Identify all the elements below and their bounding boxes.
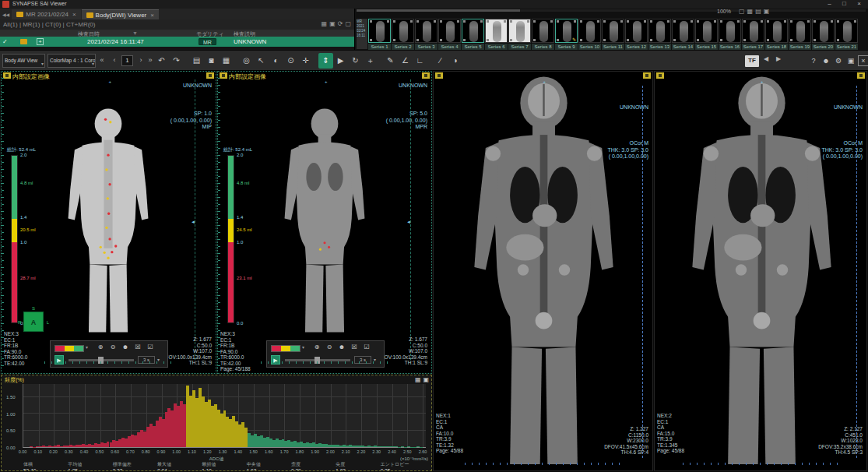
series-thumbnail-image[interactable] bbox=[368, 19, 391, 43]
tf-button[interactable]: TF bbox=[745, 55, 759, 67]
medical-image[interactable] bbox=[50, 107, 167, 335]
series-thumbnail-image[interactable] bbox=[485, 19, 508, 43]
study-table-row[interactable]: ✓ + 2021/02/24 16:11:47 MR UNKNOWN bbox=[0, 37, 354, 47]
prev-series-button[interactable]: ◀ bbox=[764, 55, 768, 62]
row-check-icon[interactable]: ✓ bbox=[2, 38, 8, 45]
series-thumbnail-image[interactable] bbox=[625, 19, 648, 43]
zoom-out-icon[interactable]: ⊖ bbox=[108, 343, 118, 352]
export-icon[interactable]: ▢ bbox=[345, 20, 351, 27]
sort-icon[interactable]: ▼ bbox=[132, 30, 138, 36]
expand-icon[interactable]: ▣ bbox=[764, 8, 770, 15]
open-folder-button[interactable]: ▤ bbox=[189, 53, 204, 69]
page-number-box[interactable]: 1 bbox=[121, 55, 133, 66]
series-thumbnail-image[interactable] bbox=[719, 19, 741, 43]
series-thumbnail[interactable]: Series 7 bbox=[508, 19, 532, 50]
medical-image[interactable] bbox=[266, 107, 383, 335]
series-thumbnail-image[interactable] bbox=[672, 19, 694, 43]
reference-line[interactable] bbox=[856, 86, 857, 458]
roi-delete-icon[interactable]: ☒ bbox=[133, 343, 142, 352]
series-thumbnail-image[interactable] bbox=[765, 19, 788, 43]
reference-marker[interactable]: ◄ bbox=[191, 220, 195, 224]
capture-button[interactable]: ◙ bbox=[204, 53, 219, 69]
series-thumbnail[interactable]: Series 20 bbox=[812, 19, 835, 50]
series-thumbnail-image[interactable] bbox=[648, 19, 671, 43]
restore-layout-button[interactable]: ▣ bbox=[845, 53, 856, 69]
colormap-swatch-button[interactable] bbox=[54, 345, 84, 352]
fit-width-icon[interactable]: ▤ bbox=[755, 8, 761, 15]
series-thumbnail[interactable]: Series 13 bbox=[648, 19, 672, 50]
layout-1x1-icon[interactable]: ▢ bbox=[739, 8, 745, 15]
zoom-out-icon[interactable]: ⊖ bbox=[325, 343, 334, 352]
panel-corner-chip[interactable] bbox=[3, 72, 11, 79]
redo-button[interactable]: ↷ bbox=[169, 53, 184, 69]
settings-gear-button[interactable]: ⚙ bbox=[833, 53, 844, 69]
roi-button[interactable]: ◎ bbox=[239, 53, 254, 69]
series-thumbnail-image[interactable] bbox=[578, 19, 601, 43]
magnify-button[interactable]: ⊙ bbox=[283, 53, 298, 69]
panel-corner-chip[interactable] bbox=[422, 72, 430, 79]
series-thumbnail[interactable]: Series 15 bbox=[695, 19, 719, 50]
line-button[interactable]: ∕ bbox=[433, 53, 448, 69]
panel-corner-chip[interactable] bbox=[220, 72, 227, 79]
tab-1[interactable]: MR 2021/02/24× bbox=[12, 9, 80, 19]
collapse-tabs-icon[interactable]: ◀◀ bbox=[0, 12, 12, 19]
help-button[interactable]: ? bbox=[808, 53, 819, 69]
user-settings-button[interactable]: ☻ bbox=[821, 53, 831, 69]
series-thumbnail[interactable]: Series 2 bbox=[392, 19, 415, 50]
measure-button[interactable]: ∟ bbox=[413, 53, 427, 69]
series-thumbnail[interactable]: ✎Series 9 bbox=[555, 19, 578, 50]
close-button[interactable]: × bbox=[852, 0, 866, 9]
series-thumbnail[interactable]: Series 14 bbox=[672, 19, 695, 50]
series-thumbnail-image[interactable] bbox=[392, 19, 414, 43]
undo-button[interactable]: ↶ bbox=[154, 53, 169, 69]
cine-button[interactable]: ▶ bbox=[333, 53, 348, 69]
reference-marker[interactable]: ◄ bbox=[406, 220, 411, 224]
colormap-dropdown[interactable]: ColorMap 4 : 1 Coronal▾ bbox=[47, 54, 96, 68]
viewport-fused-mpr[interactable]: 内部設定画像 + UNKNOWN SP: 5.0 ( 0.00,1.00, 0.… bbox=[217, 71, 432, 374]
first-page-button[interactable]: « bbox=[97, 55, 107, 67]
close-tab-icon[interactable]: × bbox=[72, 11, 76, 18]
series-thumbnail-image[interactable] bbox=[508, 19, 531, 43]
series-thumbnail[interactable]: Series 4 bbox=[438, 19, 462, 50]
series-thumbnail[interactable]: Series 6 bbox=[485, 19, 508, 50]
chevron-down-icon[interactable]: ▾ bbox=[302, 344, 304, 350]
prev-page-button[interactable]: ‹ bbox=[109, 55, 120, 67]
close-viewer-button[interactable]: × bbox=[858, 55, 868, 66]
thumbnail-scrollbar[interactable] bbox=[357, 9, 866, 12]
series-thumbnail-image[interactable] bbox=[742, 19, 764, 43]
roi-body-icon[interactable]: ☻ bbox=[337, 343, 346, 352]
chevron-down-icon[interactable]: ▾ bbox=[86, 344, 88, 350]
panel-corner-chip[interactable] bbox=[857, 72, 865, 79]
series-thumbnail[interactable]: Series 18 bbox=[765, 19, 789, 50]
tab-2[interactable]: Body(DWI) Viewer× bbox=[82, 9, 159, 19]
series-thumbnail-image[interactable] bbox=[789, 19, 811, 43]
viewport-fused-mip[interactable]: 内部設定画像 + UNKNOWN SP: 1.0 ( 0.00,1.00, 0.… bbox=[1, 71, 216, 374]
roi-confirm-icon[interactable]: ☑ bbox=[146, 343, 155, 352]
study-filter-text[interactable]: All(1) | MR(1) | CT(0) | CT+MR(0) bbox=[3, 21, 95, 28]
panel-corner-chip[interactable] bbox=[643, 72, 651, 79]
series-thumbnail-image[interactable] bbox=[462, 19, 484, 43]
series-thumbnail[interactable]: Series 19 bbox=[789, 19, 812, 50]
series-thumbnail[interactable]: Series 5 bbox=[462, 19, 485, 50]
save-icon[interactable]: ▦ bbox=[415, 376, 421, 383]
series-thumbnail[interactable]: Series 11 bbox=[602, 19, 625, 50]
pointer-button[interactable]: ↖ bbox=[254, 53, 269, 69]
adc-colorbar[interactable] bbox=[227, 155, 234, 323]
series-thumbnail[interactable]: Series 16 bbox=[719, 19, 742, 50]
series-thumbnail-image[interactable] bbox=[415, 19, 438, 43]
preset-dropdown[interactable]: Body AW View▾ bbox=[2, 54, 45, 68]
minimize-button[interactable]: – bbox=[822, 0, 837, 9]
series-thumbnail[interactable]: Series 17 bbox=[742, 19, 765, 50]
next-series-button[interactable]: ▶ bbox=[776, 55, 781, 62]
medical-image[interactable] bbox=[449, 75, 638, 469]
crosshair-button[interactable]: ＋ bbox=[363, 53, 378, 69]
series-thumbnail[interactable]: Series 1 bbox=[368, 19, 392, 50]
save-image-button[interactable]: ▦ bbox=[219, 53, 234, 69]
series-thumbnail-image[interactable] bbox=[695, 19, 718, 43]
reference-line[interactable] bbox=[642, 86, 643, 458]
roi-delete-icon[interactable]: ☒ bbox=[350, 343, 359, 352]
rotate-3d-button[interactable]: ↻ bbox=[348, 53, 363, 69]
zoom-in-icon[interactable]: ⊕ bbox=[312, 343, 322, 352]
medical-image[interactable] bbox=[667, 75, 856, 469]
series-thumbnail-image[interactable] bbox=[438, 19, 461, 43]
